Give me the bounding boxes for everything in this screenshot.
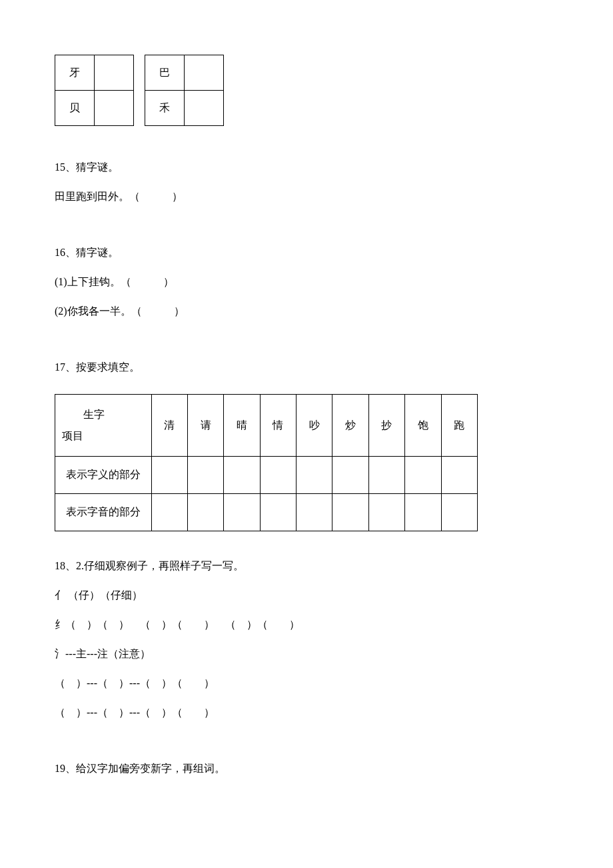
cell-empty	[260, 457, 296, 494]
cell-empty	[188, 457, 224, 494]
cell-empty	[260, 494, 296, 531]
row-label: 表示字音的部分	[55, 494, 152, 531]
cell-empty	[332, 457, 368, 494]
cell-empty	[185, 91, 224, 126]
cell-empty	[405, 457, 441, 494]
cell-empty	[297, 457, 332, 494]
q19-title: 19、给汉字加偏旁变新字，再组词。	[55, 761, 558, 777]
table-gap	[134, 91, 145, 126]
page: 牙 巴 贝 禾 15、猜字谜。 田里跑到田外。（ ） 16、猜字谜。 (1)上下…	[0, 0, 613, 817]
table-gap	[134, 55, 145, 91]
spacer	[55, 333, 558, 359]
cell-empty	[297, 494, 332, 531]
col-text: 清	[164, 419, 175, 431]
table-row: 牙 巴	[55, 55, 224, 91]
q18-title: 18、2.仔细观察例子，再照样子写一写。	[55, 558, 558, 574]
q16-line1: (1)上下挂钩。（ ）	[55, 274, 558, 290]
col-header: 炒	[332, 395, 368, 457]
col-header: 跑	[441, 395, 477, 457]
q15-line: 田里跑到田外。（ ）	[55, 189, 558, 205]
cell-empty	[441, 494, 477, 531]
col-text: 炒	[345, 419, 356, 431]
cell-empty	[224, 457, 260, 494]
col-header: 吵	[297, 395, 332, 457]
cell: 巴	[145, 55, 185, 91]
col-text: 饱	[418, 419, 428, 431]
col-header: 清	[151, 395, 187, 457]
cell-empty	[368, 494, 404, 531]
col-text: 晴	[237, 419, 247, 431]
header-top-text: 生字	[62, 404, 145, 425]
q18-l3: 氵---主---注（注意）	[55, 646, 558, 662]
q17-title: 17、按要求填空。	[55, 359, 558, 375]
q18-l2: 纟（ ）（ ） （ ）（ ） （ ）（ ）	[55, 617, 558, 633]
q18-l4: （ ）---（ ）---（ ）（ ）	[55, 675, 558, 691]
cell-empty	[95, 55, 134, 91]
cell: 禾	[145, 91, 185, 126]
cell-empty	[368, 457, 404, 494]
spacer	[55, 734, 558, 761]
cell: 牙	[55, 55, 95, 91]
cell-empty	[441, 457, 477, 494]
col-header: 请	[188, 395, 224, 457]
cell-empty	[151, 494, 187, 531]
cell: 贝	[55, 91, 95, 126]
table-row: 表示字音的部分	[55, 494, 478, 531]
header-left: 生字 项目	[55, 395, 152, 457]
col-text: 吵	[309, 419, 320, 431]
spacer	[55, 218, 558, 245]
table-row: 贝 禾	[55, 91, 224, 126]
header-bot-text: 项目	[62, 425, 145, 447]
char-table-small: 牙 巴 贝 禾	[55, 55, 224, 126]
cell-empty	[185, 55, 224, 91]
cell-text: 贝	[69, 102, 80, 113]
table-row: 生字 项目 清 请 晴 情 吵 炒 抄 饱 跑	[55, 395, 478, 457]
col-text: 抄	[381, 419, 392, 431]
col-header: 抄	[368, 395, 404, 457]
q16-title: 16、猜字谜。	[55, 245, 558, 261]
cell-text: 牙	[69, 67, 80, 78]
col-text: 跑	[454, 419, 464, 431]
q16-line2: (2)你我各一半。（ ）	[55, 303, 558, 319]
q18-l1: 亻 （仔）（仔细）	[55, 587, 558, 603]
cell-empty	[224, 494, 260, 531]
char-analysis-table: 生字 项目 清 请 晴 情 吵 炒 抄 饱 跑 表示字义的部分 表示字音	[55, 394, 478, 531]
cell-text: 禾	[159, 102, 170, 113]
cell-empty	[188, 494, 224, 531]
table-row: 表示字义的部分	[55, 457, 478, 494]
col-text: 请	[201, 419, 211, 431]
cell-text: 巴	[159, 67, 170, 78]
cell-empty	[332, 494, 368, 531]
col-text: 情	[273, 419, 283, 431]
cell-empty	[95, 91, 134, 126]
col-header: 情	[260, 395, 296, 457]
cell-empty	[151, 457, 187, 494]
cell-empty	[405, 494, 441, 531]
col-header: 饱	[405, 395, 441, 457]
col-header: 晴	[224, 395, 260, 457]
q18-l5: （ ）---（ ）---（ ）（ ）	[55, 705, 558, 721]
row-label: 表示字义的部分	[55, 457, 152, 494]
q15-title: 15、猜字谜。	[55, 159, 558, 175]
